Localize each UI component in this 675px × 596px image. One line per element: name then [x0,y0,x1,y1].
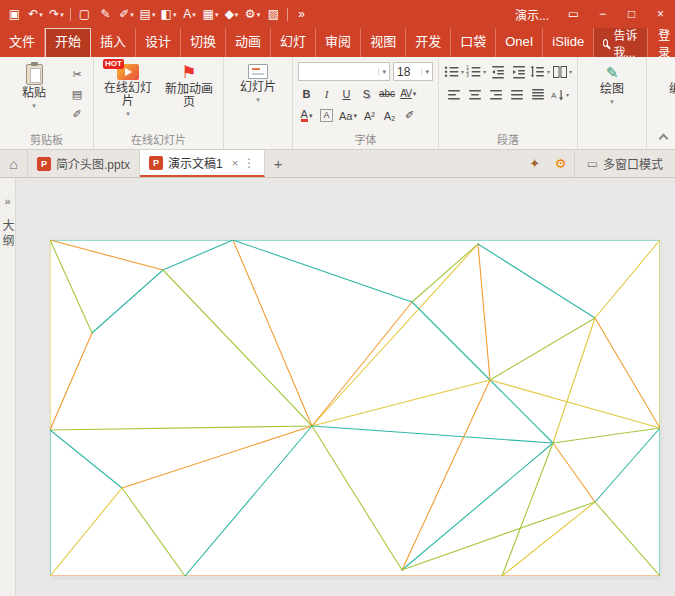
font-color-icon[interactable]: A▾ [179,2,200,26]
mesh-line [312,426,402,570]
mesh-line [163,240,233,270]
justify-icon[interactable] [507,86,526,105]
strikethrough-icon-glyph: abc [379,88,395,99]
mesh-line [122,488,185,576]
subscript-icon[interactable]: A₂ [381,107,398,124]
mesh-line [50,488,122,576]
undo-icon[interactable]: ↶▾ [25,2,46,26]
font-size-select[interactable]: 18 ▾ [393,62,433,81]
ribbon-tab-切换[interactable]: 切换 [181,28,226,57]
login-button[interactable]: 登录 [647,28,675,57]
ribbon-tab-口袋[interactable]: 口袋 [451,28,496,57]
ribbon-tab-设计[interactable]: 设计 [136,28,181,57]
strikethrough-icon[interactable]: abc [378,85,396,102]
settings-gear-icon[interactable]: ⚙ [548,150,574,177]
minimize-button[interactable]: − [588,0,617,28]
mesh-line [312,302,412,426]
fill-color-icon[interactable]: ◧▾ [158,2,179,26]
document-tab[interactable]: P演示文稿1×⋮ [140,150,265,177]
columns-icon[interactable]: ▾ [552,63,572,82]
ribbon-tab-文件[interactable]: 文件 [0,28,45,57]
text-direction-icon[interactable]: A▾ [549,86,569,105]
dropdown-caret: ▾ [235,11,239,18]
window-mode-icon[interactable]: ▭ [559,0,588,28]
table-icon[interactable]: ▦▾ [200,2,221,26]
save-icon[interactable]: ▣ [4,2,25,26]
ribbon-tab-OneI[interactable]: OneI [496,28,543,57]
document-tab-label: 简介头图.pptx [56,155,130,172]
align-center-icon[interactable] [465,86,484,105]
paste-button[interactable]: 粘贴 ▾ [5,61,63,109]
slide-icon [248,64,268,79]
shape-icon-glyph: ◆ [225,8,234,20]
copy-icon[interactable]: ▤ [66,86,88,102]
highlight-icon[interactable]: ✐ [401,107,418,124]
font-name-select[interactable]: ▾ [298,62,390,81]
align-left-icon[interactable] [444,86,463,105]
increase-indent-icon[interactable] [509,63,528,82]
shape-icon[interactable]: ◆▾ [221,2,242,26]
redo-icon[interactable]: ↷▾ [46,2,67,26]
line-spacing-icon[interactable]: ▾ [530,63,550,82]
slide-layout-icon[interactable]: ▤▾ [137,2,158,26]
window-mode-icon-glyph: ▭ [568,7,579,21]
more-tools-icon[interactable]: » [291,2,312,26]
expand-panel-icon[interactable]: » [4,196,10,207]
ribbon-tab-审阅[interactable]: 审阅 [316,28,361,57]
align-right-icon[interactable] [486,86,505,105]
new-tab-button[interactable]: + [265,150,291,177]
ribbon: 粘贴 ▾ ✂▤✐ 剪贴板 HOT 在线幻灯片 ▾ ⚑ 新加动画页 [0,57,675,150]
document-tab[interactable]: P简介头图.pptx [28,150,140,177]
dropdown-caret: ▾ [32,102,36,109]
panel-vertical-label: 大纲 [0,219,16,249]
settings-icon[interactable]: ⚙▾ [242,2,263,26]
ribbon-tab-开发[interactable]: 开发 [406,28,451,57]
character-spacing-icon[interactable]: AV▾ [399,85,417,102]
close-tab-icon[interactable]: × [232,157,238,169]
format-painter-icon[interactable]: ✐▾ [116,2,137,26]
slide-panel-collapsed[interactable]: » 大纲 [0,178,16,596]
slide[interactable] [50,240,660,576]
chevron-down-icon[interactable]: ▾ [378,68,386,76]
window-title: 演示... [515,6,549,23]
underline-icon[interactable]: U [338,85,355,102]
ribbon-tab-幻灯[interactable]: 幻灯 [271,28,316,57]
home-icon[interactable]: ⌂ [0,150,28,177]
ribbon-tab-开始[interactable]: 开始 [45,28,91,57]
chevron-down-icon[interactable]: ▾ [421,68,429,76]
ribbon-tab-动画[interactable]: 动画 [226,28,271,57]
numbered-list-icon[interactable]: 123▾ [466,63,486,82]
change-case-icon[interactable]: Aa▾ [338,107,358,124]
distribute-icon[interactable] [528,86,547,105]
search-icon [603,39,608,47]
shadow-icon[interactable]: S [358,85,375,102]
picture-icon[interactable]: ▨ [263,2,284,26]
character-border-icon[interactable]: A [318,107,335,124]
tellme-search[interactable]: 告诉我... [594,28,647,57]
ribbon-tab-iSlide[interactable]: iSlide [543,28,594,57]
italic-icon[interactable]: I [318,85,335,102]
wps-assistant-icon[interactable]: ✦ [522,150,548,177]
hot-badge: HOT [103,59,124,69]
maximize-button[interactable]: □ [617,0,646,28]
new-slide-button[interactable]: 幻灯片 ▾ [229,61,287,103]
multi-window-mode-button[interactable]: ▭ 多窗口模式 [574,150,675,177]
cut-icon[interactable]: ✂ [66,66,88,82]
bold-icon[interactable]: B [298,85,315,102]
online-slides-button[interactable]: HOT 在线幻灯片 ▾ [99,61,157,117]
draw-button[interactable]: ✎ 绘图 ▾ [583,61,641,105]
new-document-icon[interactable]: ▢ [74,2,95,26]
superscript-icon[interactable]: A² [361,107,378,124]
tab-menu-icon[interactable]: ⋮ [243,156,255,170]
slide-editing-area[interactable] [16,178,675,596]
ribbon-tab-视图[interactable]: 视图 [361,28,406,57]
font-color-icon[interactable]: A▾ [298,107,315,124]
pen-icon[interactable]: ✎ [95,2,116,26]
bullet-list-icon[interactable]: ▾ [444,63,464,82]
new-animation-page-button[interactable]: ⚑ 新加动画页 [160,61,218,109]
ribbon-tab-插入[interactable]: 插入 [91,28,136,57]
decrease-indent-icon[interactable] [488,63,507,82]
format-painter-icon[interactable]: ✐ [66,106,88,122]
edit-button[interactable]: 编辑 ▾ [652,61,675,105]
close-button[interactable]: × [646,0,675,28]
